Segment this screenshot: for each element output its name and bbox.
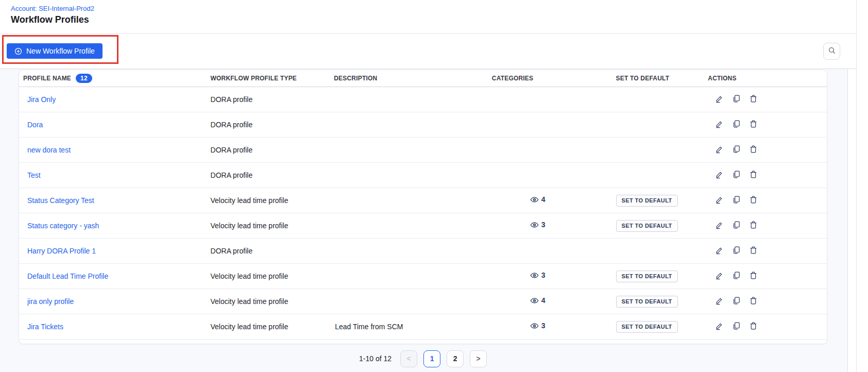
edit-button[interactable] — [714, 295, 725, 308]
clone-button[interactable] — [731, 119, 742, 131]
new-workflow-profile-label: New Workflow Profile — [26, 47, 95, 55]
categories-count: 3 — [541, 322, 546, 330]
edit-button[interactable] — [714, 144, 725, 156]
edit-button[interactable] — [714, 119, 725, 131]
trash-icon — [749, 94, 758, 105]
clone-button[interactable] — [731, 270, 742, 282]
column-header-type: WORKFLOW PROFILE TYPE — [211, 75, 334, 82]
copy-icon — [732, 170, 741, 180]
pagination-page-button-2[interactable]: 2 — [447, 350, 464, 367]
edit-button[interactable] — [714, 194, 725, 207]
pagination-next-button[interactable]: > — [470, 350, 487, 367]
profile-name-link[interactable]: new dora test — [27, 146, 71, 154]
account-breadcrumb-link[interactable]: Account: SEI-Internal-Prod2 — [11, 5, 94, 12]
delete-button[interactable] — [748, 320, 759, 333]
set-to-default-badge: SET TO DEFAULT — [616, 220, 678, 232]
pagination-prev-button[interactable]: < — [400, 350, 417, 367]
copy-icon — [732, 246, 741, 256]
delete-button[interactable] — [748, 219, 759, 232]
profile-type-cell: Velocity lead time profile — [211, 297, 334, 306]
content-pane: PROFILE NAME 12 WORKFLOW PROFILE TYPE DE… — [0, 69, 847, 372]
delete-button[interactable] — [748, 169, 759, 181]
pencil-icon — [715, 94, 724, 105]
eye-icon — [530, 271, 539, 280]
clone-button[interactable] — [731, 169, 742, 181]
profile-description-cell: Lead Time from SCM — [334, 323, 492, 331]
categories-count: 4 — [541, 195, 546, 204]
chevron-left-icon: < — [406, 354, 411, 363]
delete-button[interactable] — [748, 245, 759, 257]
clone-button[interactable] — [731, 245, 742, 257]
clone-button[interactable] — [731, 194, 742, 207]
row-count-badge: 12 — [76, 74, 92, 83]
page-title: Workflow Profiles — [11, 14, 89, 25]
trash-icon — [749, 221, 758, 231]
profile-type-cell: DORA profile — [211, 146, 334, 154]
clone-button[interactable] — [731, 219, 742, 232]
delete-button[interactable] — [748, 270, 759, 282]
categories-chip[interactable]: 3 — [530, 322, 546, 330]
profile-name-link[interactable]: Harry DORA Profile 1 — [27, 247, 96, 255]
edit-button[interactable] — [714, 93, 725, 106]
delete-button[interactable] — [748, 295, 759, 308]
copy-icon — [732, 120, 741, 130]
copy-icon — [732, 94, 741, 105]
pencil-icon — [715, 322, 724, 332]
search-button[interactable] — [823, 43, 840, 60]
table-row: Jira Tickets Velocity lead time profile … — [19, 314, 827, 340]
set-to-default-badge: SET TO DEFAULT — [616, 270, 678, 282]
chevron-right-icon: > — [476, 354, 480, 363]
profile-name-link[interactable]: Status Category Test — [27, 196, 94, 205]
content-right-border — [847, 69, 848, 372]
trash-icon — [749, 195, 758, 206]
table-row: Harry DORA Profile 1 DORA profile — [19, 239, 827, 264]
new-workflow-profile-button[interactable]: New Workflow Profile — [7, 43, 103, 59]
profile-name-link[interactable]: jira only profile — [27, 297, 74, 306]
delete-button[interactable] — [748, 119, 759, 131]
copy-icon — [732, 271, 741, 281]
profile-name-link[interactable]: Test — [27, 171, 41, 179]
categories-chip[interactable]: 4 — [530, 296, 546, 305]
edit-button[interactable] — [714, 219, 725, 232]
pagination-range-label: 1-10 of 12 — [359, 354, 392, 363]
eye-icon — [530, 322, 539, 330]
profile-type-cell: DORA profile — [211, 95, 334, 104]
copy-icon — [732, 296, 741, 307]
trash-icon — [749, 322, 758, 332]
profile-name-link[interactable]: Default Lead Time Profile — [27, 272, 108, 280]
profile-type-cell: DORA profile — [211, 121, 334, 129]
profile-name-link[interactable]: Jira Tickets — [27, 323, 63, 331]
page-right-border — [856, 0, 857, 372]
edit-button[interactable] — [714, 245, 725, 257]
set-to-default-badge: SET TO DEFAULT — [616, 195, 678, 207]
toolbar: New Workflow Profile — [0, 34, 856, 69]
clone-button[interactable] — [731, 144, 742, 156]
profile-name-link[interactable]: Jira Only — [27, 95, 56, 104]
edit-button[interactable] — [714, 320, 725, 333]
categories-count: 3 — [541, 221, 546, 229]
categories-chip[interactable]: 4 — [530, 195, 546, 204]
pagination: 1-10 of 12 < 12 > — [19, 350, 827, 367]
clone-button[interactable] — [731, 320, 742, 333]
delete-button[interactable] — [748, 93, 759, 106]
eye-icon — [530, 221, 539, 229]
profile-name-link[interactable]: Dora — [27, 121, 43, 129]
trash-icon — [749, 170, 758, 180]
edit-button[interactable] — [714, 169, 725, 181]
pagination-pages: 12 — [423, 350, 464, 367]
pagination-page-button-1[interactable]: 1 — [423, 350, 440, 367]
edit-button[interactable] — [714, 270, 725, 282]
delete-button[interactable] — [748, 144, 759, 156]
profile-name-header-label: PROFILE NAME — [23, 75, 71, 82]
trash-icon — [749, 145, 758, 155]
trash-icon — [749, 296, 758, 307]
profile-name-link[interactable]: Status category - yash — [27, 222, 99, 230]
clone-button[interactable] — [731, 295, 742, 308]
categories-chip[interactable]: 3 — [530, 221, 546, 229]
clone-button[interactable] — [731, 93, 742, 106]
table-header-row: PROFILE NAME 12 WORKFLOW PROFILE TYPE DE… — [19, 70, 827, 87]
column-header-description: DESCRIPTION — [334, 75, 492, 82]
column-header-profile-name: PROFILE NAME 12 — [19, 74, 211, 83]
categories-chip[interactable]: 3 — [530, 271, 546, 280]
delete-button[interactable] — [748, 194, 759, 207]
